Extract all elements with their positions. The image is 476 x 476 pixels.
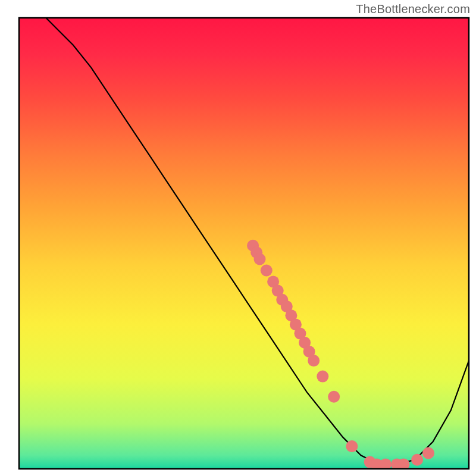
chart-stage: TheBottlenecker.com — [0, 0, 476, 476]
data-marker — [328, 391, 340, 403]
plot-area — [19, 0, 469, 470]
data-marker — [308, 355, 320, 367]
data-marker — [317, 371, 328, 383]
data-marker — [422, 447, 434, 459]
data-marker — [411, 454, 423, 466]
data-marker — [261, 265, 273, 277]
data-marker — [254, 253, 266, 265]
data-marker — [346, 440, 358, 452]
bottleneck-chart — [0, 0, 476, 476]
gradient-background — [19, 18, 469, 469]
